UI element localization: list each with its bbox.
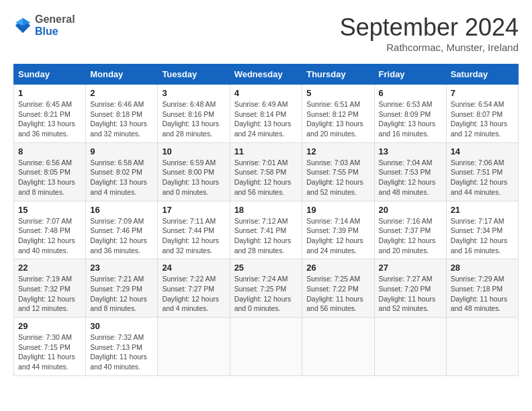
month-title: September 2024: [340, 13, 519, 42]
day-number: 17: [162, 205, 225, 215]
table-row: [374, 318, 446, 376]
logo-general: General: [35, 13, 75, 25]
day-number: 7: [451, 88, 514, 98]
day-number: 28: [451, 263, 514, 273]
day-number: 21: [451, 205, 514, 215]
day-number: 1: [18, 88, 81, 98]
day-number: 29: [18, 321, 81, 331]
table-row: 14Sunrise: 7:06 AM Sunset: 7:51 PM Dayli…: [446, 142, 518, 201]
table-row: [158, 318, 230, 376]
day-info: Sunrise: 7:07 AM Sunset: 7:48 PM Dayligh…: [18, 216, 81, 256]
table-row: [230, 318, 302, 376]
day-info: Sunrise: 6:51 AM Sunset: 8:12 PM Dayligh…: [306, 99, 369, 139]
table-row: 17Sunrise: 7:11 AM Sunset: 7:44 PM Dayli…: [158, 201, 230, 259]
day-number: 25: [234, 263, 298, 273]
table-row: 7Sunrise: 6:54 AM Sunset: 8:07 PM Daylig…: [446, 85, 518, 143]
day-info: Sunrise: 7:24 AM Sunset: 7:25 PM Dayligh…: [234, 274, 298, 314]
day-info: Sunrise: 6:58 AM Sunset: 8:02 PM Dayligh…: [90, 158, 153, 197]
col-sunday: Sunday: [14, 64, 86, 85]
table-row: 23Sunrise: 7:21 AM Sunset: 7:29 PM Dayli…: [86, 259, 158, 318]
logo: General Blue: [13, 13, 75, 37]
table-row: 2Sunrise: 6:46 AM Sunset: 8:18 PM Daylig…: [86, 85, 158, 143]
col-monday: Monday: [86, 64, 158, 85]
table-row: 12Sunrise: 7:03 AM Sunset: 7:55 PM Dayli…: [302, 142, 374, 201]
day-info: Sunrise: 7:09 AM Sunset: 7:46 PM Dayligh…: [90, 216, 153, 256]
day-number: 23: [90, 263, 153, 273]
location: Rathcormac, Munster, Ireland: [340, 42, 519, 53]
day-info: Sunrise: 6:45 AM Sunset: 8:21 PM Dayligh…: [18, 99, 81, 139]
col-saturday: Saturday: [446, 64, 518, 85]
title-section: September 2024 Rathcormac, Munster, Irel…: [340, 13, 519, 53]
day-number: 19: [306, 205, 369, 215]
day-number: 15: [18, 205, 81, 215]
day-info: Sunrise: 7:12 AM Sunset: 7:41 PM Dayligh…: [234, 216, 298, 256]
table-row: 3Sunrise: 6:48 AM Sunset: 8:16 PM Daylig…: [158, 85, 230, 143]
table-row: 20Sunrise: 7:16 AM Sunset: 7:37 PM Dayli…: [374, 201, 446, 259]
day-number: 13: [379, 146, 442, 156]
day-number: 16: [90, 205, 153, 215]
col-tuesday: Tuesday: [158, 64, 230, 85]
day-number: 26: [306, 263, 369, 273]
table-row: 9Sunrise: 6:58 AM Sunset: 8:02 PM Daylig…: [86, 142, 158, 201]
table-row: 10Sunrise: 6:59 AM Sunset: 8:00 PM Dayli…: [158, 142, 230, 201]
table-row: [302, 318, 374, 376]
table-row: 30Sunrise: 7:32 AM Sunset: 7:13 PM Dayli…: [86, 318, 158, 376]
day-number: 14: [451, 146, 514, 156]
day-info: Sunrise: 7:32 AM Sunset: 7:13 PM Dayligh…: [90, 332, 153, 372]
table-row: 29Sunrise: 7:30 AM Sunset: 7:15 PM Dayli…: [14, 318, 86, 376]
day-number: 9: [90, 146, 153, 156]
calendar-header-row: Sunday Monday Tuesday Wednesday Thursday…: [14, 64, 519, 85]
table-row: 8Sunrise: 6:56 AM Sunset: 8:05 PM Daylig…: [14, 142, 86, 201]
day-number: 24: [162, 263, 225, 273]
table-row: 24Sunrise: 7:22 AM Sunset: 7:27 PM Dayli…: [158, 259, 230, 318]
logo-text: General Blue: [35, 13, 75, 37]
day-number: 5: [306, 88, 369, 98]
day-number: 3: [162, 88, 225, 98]
table-row: 11Sunrise: 7:01 AM Sunset: 7:58 PM Dayli…: [230, 142, 302, 201]
day-info: Sunrise: 7:27 AM Sunset: 7:20 PM Dayligh…: [379, 274, 442, 314]
calendar-week-row: 15Sunrise: 7:07 AM Sunset: 7:48 PM Dayli…: [14, 201, 519, 259]
day-info: Sunrise: 6:49 AM Sunset: 8:14 PM Dayligh…: [234, 99, 298, 139]
logo-icon: [13, 16, 32, 35]
day-info: Sunrise: 7:29 AM Sunset: 7:18 PM Dayligh…: [451, 274, 514, 314]
day-info: Sunrise: 7:04 AM Sunset: 7:53 PM Dayligh…: [379, 158, 442, 197]
day-info: Sunrise: 7:11 AM Sunset: 7:44 PM Dayligh…: [162, 216, 225, 256]
calendar-week-row: 1Sunrise: 6:45 AM Sunset: 8:21 PM Daylig…: [14, 85, 519, 143]
day-info: Sunrise: 7:19 AM Sunset: 7:32 PM Dayligh…: [18, 274, 81, 314]
day-info: Sunrise: 6:48 AM Sunset: 8:16 PM Dayligh…: [162, 99, 225, 139]
table-row: 6Sunrise: 6:53 AM Sunset: 8:09 PM Daylig…: [374, 85, 446, 143]
header: General Blue September 2024 Rathcormac, …: [13, 13, 519, 53]
day-info: Sunrise: 7:03 AM Sunset: 7:55 PM Dayligh…: [306, 158, 369, 197]
calendar-table: Sunday Monday Tuesday Wednesday Thursday…: [13, 64, 519, 376]
calendar-week-row: 8Sunrise: 6:56 AM Sunset: 8:05 PM Daylig…: [14, 142, 519, 201]
table-row: 1Sunrise: 6:45 AM Sunset: 8:21 PM Daylig…: [14, 85, 86, 143]
day-info: Sunrise: 7:06 AM Sunset: 7:51 PM Dayligh…: [451, 158, 514, 197]
table-row: 5Sunrise: 6:51 AM Sunset: 8:12 PM Daylig…: [302, 85, 374, 143]
day-info: Sunrise: 7:16 AM Sunset: 7:37 PM Dayligh…: [379, 216, 442, 256]
table-row: 28Sunrise: 7:29 AM Sunset: 7:18 PM Dayli…: [446, 259, 518, 318]
table-row: 13Sunrise: 7:04 AM Sunset: 7:53 PM Dayli…: [374, 142, 446, 201]
table-row: 26Sunrise: 7:25 AM Sunset: 7:22 PM Dayli…: [302, 259, 374, 318]
day-number: 18: [234, 205, 298, 215]
day-number: 8: [18, 146, 81, 156]
table-row: 27Sunrise: 7:27 AM Sunset: 7:20 PM Dayli…: [374, 259, 446, 318]
day-number: 27: [379, 263, 442, 273]
day-info: Sunrise: 7:01 AM Sunset: 7:58 PM Dayligh…: [234, 158, 298, 197]
logo-blue: Blue: [35, 26, 58, 37]
day-info: Sunrise: 7:25 AM Sunset: 7:22 PM Dayligh…: [306, 274, 369, 314]
day-info: Sunrise: 7:22 AM Sunset: 7:27 PM Dayligh…: [162, 274, 225, 314]
table-row: 25Sunrise: 7:24 AM Sunset: 7:25 PM Dayli…: [230, 259, 302, 318]
table-row: 19Sunrise: 7:14 AM Sunset: 7:39 PM Dayli…: [302, 201, 374, 259]
calendar-week-row: 29Sunrise: 7:30 AM Sunset: 7:15 PM Dayli…: [14, 318, 519, 376]
calendar-week-row: 22Sunrise: 7:19 AM Sunset: 7:32 PM Dayli…: [14, 259, 519, 318]
table-row: 21Sunrise: 7:17 AM Sunset: 7:34 PM Dayli…: [446, 201, 518, 259]
day-number: 22: [18, 263, 81, 273]
table-row: 22Sunrise: 7:19 AM Sunset: 7:32 PM Dayli…: [14, 259, 86, 318]
table-row: 16Sunrise: 7:09 AM Sunset: 7:46 PM Dayli…: [86, 201, 158, 259]
table-row: [446, 318, 518, 376]
day-number: 12: [306, 146, 369, 156]
day-info: Sunrise: 6:46 AM Sunset: 8:18 PM Dayligh…: [90, 99, 153, 139]
day-number: 11: [234, 146, 298, 156]
day-info: Sunrise: 6:56 AM Sunset: 8:05 PM Dayligh…: [18, 158, 81, 197]
day-info: Sunrise: 7:17 AM Sunset: 7:34 PM Dayligh…: [451, 216, 514, 256]
